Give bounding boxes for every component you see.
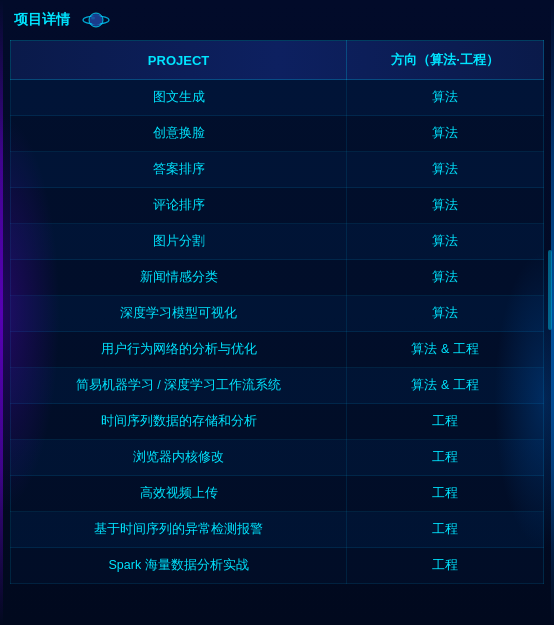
project-name-cell: 浏览器内核修改 [11, 440, 347, 476]
direction-cell: 算法 & 工程 [347, 332, 544, 368]
project-name-cell: 简易机器学习 / 深度学习工作流系统 [11, 368, 347, 404]
direction-cell: 算法 [347, 152, 544, 188]
project-name-cell: 创意换脸 [11, 116, 347, 152]
table-row: Spark 海量数据分析实战工程 [11, 548, 544, 584]
table-row: 基于时间序列的异常检测报警工程 [11, 512, 544, 548]
direction-cell: 算法 [347, 188, 544, 224]
project-name-cell: 新闻情感分类 [11, 260, 347, 296]
direction-cell: 算法 & 工程 [347, 368, 544, 404]
table-wrapper: PROJECT 方向（算法·工程） 图文生成算法创意换脸算法答案排序算法评论排序… [10, 40, 544, 584]
project-name-cell: 图文生成 [11, 80, 347, 116]
direction-cell: 算法 [347, 296, 544, 332]
project-name-cell: 基于时间序列的异常检测报警 [11, 512, 347, 548]
direction-cell: 工程 [347, 440, 544, 476]
table-row: 高效视频上传工程 [11, 476, 544, 512]
header-section: 项目详情 [0, 0, 554, 40]
direction-cell: 算法 [347, 224, 544, 260]
project-name-cell: Spark 海量数据分析实战 [11, 548, 347, 584]
project-name-cell: 图片分割 [11, 224, 347, 260]
side-accent-left [0, 0, 3, 625]
table-row: 用户行为网络的分析与优化算法 & 工程 [11, 332, 544, 368]
table-row: 创意换脸算法 [11, 116, 544, 152]
direction-cell: 工程 [347, 476, 544, 512]
project-table: PROJECT 方向（算法·工程） 图文生成算法创意换脸算法答案排序算法评论排序… [10, 40, 544, 584]
col-header-project: PROJECT [11, 41, 347, 80]
project-name-cell: 用户行为网络的分析与优化 [11, 332, 347, 368]
table-row: 时间序列数据的存储和分析工程 [11, 404, 544, 440]
saturn-planet-icon [78, 8, 114, 32]
table-row: 图片分割算法 [11, 224, 544, 260]
direction-cell: 算法 [347, 80, 544, 116]
table-row: 简易机器学习 / 深度学习工作流系统算法 & 工程 [11, 368, 544, 404]
direction-cell: 算法 [347, 116, 544, 152]
table-row: 图文生成算法 [11, 80, 544, 116]
direction-cell: 工程 [347, 404, 544, 440]
project-name-cell: 深度学习模型可视化 [11, 296, 347, 332]
project-name-cell: 答案排序 [11, 152, 347, 188]
table-row: 浏览器内核修改工程 [11, 440, 544, 476]
project-name-cell: 高效视频上传 [11, 476, 347, 512]
header-title: 项目详情 [14, 11, 70, 29]
table-row: 新闻情感分类算法 [11, 260, 544, 296]
table-row: 深度学习模型可视化算法 [11, 296, 544, 332]
table-row: 答案排序算法 [11, 152, 544, 188]
table-body: 图文生成算法创意换脸算法答案排序算法评论排序算法图片分割算法新闻情感分类算法深度… [11, 80, 544, 584]
svg-point-3 [91, 17, 95, 20]
table-header: PROJECT 方向（算法·工程） [11, 41, 544, 80]
svg-point-2 [90, 15, 102, 25]
direction-cell: 工程 [347, 548, 544, 584]
direction-cell: 工程 [347, 512, 544, 548]
table-row: 评论排序算法 [11, 188, 544, 224]
project-name-cell: 时间序列数据的存储和分析 [11, 404, 347, 440]
main-container: 项目详情 PROJECT 方向（算法·工程） 图文生成算法创意换脸算法答案排序算… [0, 0, 554, 625]
project-name-cell: 评论排序 [11, 188, 347, 224]
direction-cell: 算法 [347, 260, 544, 296]
col-header-direction: 方向（算法·工程） [347, 41, 544, 80]
scrollbar[interactable] [548, 250, 552, 330]
